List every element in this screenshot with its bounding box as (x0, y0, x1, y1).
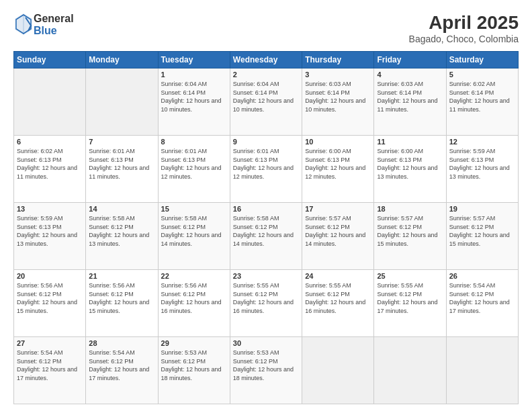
day-number: 25 (377, 272, 443, 280)
calendar-header-friday: Friday (374, 52, 446, 68)
day-info: Sunrise: 5:57 AM Sunset: 6:12 PM Dayligh… (305, 214, 371, 248)
day-number: 13 (17, 205, 83, 213)
calendar-cell: 21Sunrise: 5:56 AM Sunset: 6:12 PM Dayli… (86, 270, 158, 337)
day-info: Sunrise: 5:58 AM Sunset: 6:12 PM Dayligh… (233, 214, 299, 248)
calendar-header-saturday: Saturday (446, 52, 518, 68)
day-info: Sunrise: 6:01 AM Sunset: 6:13 PM Dayligh… (161, 147, 227, 181)
day-info: Sunrise: 6:04 AM Sunset: 6:14 PM Dayligh… (233, 80, 299, 113)
day-info: Sunrise: 6:02 AM Sunset: 6:13 PM Dayligh… (17, 147, 83, 181)
subtitle: Bagado, Choco, Colombia (409, 34, 519, 44)
day-info: Sunrise: 6:03 AM Sunset: 6:14 PM Dayligh… (305, 80, 371, 113)
day-info: Sunrise: 5:57 AM Sunset: 6:12 PM Dayligh… (377, 214, 443, 248)
logo-blue-text: Blue (34, 25, 74, 37)
calendar-cell: 12Sunrise: 5:59 AM Sunset: 6:13 PM Dayli… (446, 136, 518, 203)
calendar-cell (374, 337, 446, 404)
day-info: Sunrise: 6:04 AM Sunset: 6:14 PM Dayligh… (161, 80, 227, 113)
calendar-cell: 11Sunrise: 6:00 AM Sunset: 6:13 PM Dayli… (374, 136, 446, 203)
day-info: Sunrise: 5:57 AM Sunset: 6:12 PM Dayligh… (449, 214, 515, 248)
calendar-header-sunday: Sunday (14, 52, 86, 68)
day-number: 30 (233, 339, 299, 347)
day-info: Sunrise: 6:01 AM Sunset: 6:13 PM Dayligh… (233, 147, 299, 181)
calendar-header-wednesday: Wednesday (230, 52, 302, 68)
day-info: Sunrise: 5:53 AM Sunset: 6:12 PM Dayligh… (233, 349, 299, 382)
calendar-cell: 25Sunrise: 5:55 AM Sunset: 6:12 PM Dayli… (374, 270, 446, 337)
calendar-header-monday: Monday (86, 52, 158, 68)
calendar-cell: 14Sunrise: 5:58 AM Sunset: 6:12 PM Dayli… (86, 203, 158, 270)
day-number: 10 (305, 138, 371, 146)
day-number: 15 (161, 205, 227, 213)
day-info: Sunrise: 6:02 AM Sunset: 6:14 PM Dayligh… (449, 80, 515, 113)
logo-text: General Blue (34, 13, 74, 36)
page: General Blue April 2025 Bagado, Choco, C… (0, 0, 532, 411)
calendar-cell: 19Sunrise: 5:57 AM Sunset: 6:12 PM Dayli… (446, 203, 518, 270)
day-info: Sunrise: 5:59 AM Sunset: 6:13 PM Dayligh… (449, 147, 515, 181)
day-number: 29 (161, 339, 227, 347)
calendar-cell: 28Sunrise: 5:54 AM Sunset: 6:12 PM Dayli… (86, 337, 158, 404)
day-number: 3 (305, 71, 371, 79)
calendar-cell: 26Sunrise: 5:54 AM Sunset: 6:12 PM Dayli… (446, 270, 518, 337)
calendar-cell: 24Sunrise: 5:55 AM Sunset: 6:12 PM Dayli… (302, 270, 374, 337)
day-number: 2 (233, 71, 299, 79)
calendar-table: SundayMondayTuesdayWednesdayThursdayFrid… (13, 51, 519, 404)
logo-icon (13, 12, 34, 38)
day-number: 27 (17, 339, 83, 347)
calendar-header-tuesday: Tuesday (158, 52, 230, 68)
day-number: 14 (89, 205, 154, 213)
day-info: Sunrise: 5:54 AM Sunset: 6:12 PM Dayligh… (17, 349, 83, 382)
day-number: 22 (161, 272, 227, 280)
calendar-cell: 8Sunrise: 6:01 AM Sunset: 6:13 PM Daylig… (158, 136, 230, 203)
main-title: April 2025 (409, 12, 519, 34)
day-info: Sunrise: 5:55 AM Sunset: 6:12 PM Dayligh… (377, 281, 443, 315)
day-number: 16 (233, 205, 299, 213)
day-info: Sunrise: 5:58 AM Sunset: 6:12 PM Dayligh… (161, 214, 227, 248)
calendar-cell: 23Sunrise: 5:55 AM Sunset: 6:12 PM Dayli… (230, 270, 302, 337)
day-info: Sunrise: 5:58 AM Sunset: 6:12 PM Dayligh… (89, 214, 154, 248)
day-info: Sunrise: 5:54 AM Sunset: 6:12 PM Dayligh… (449, 281, 515, 315)
day-number: 28 (89, 339, 154, 347)
day-info: Sunrise: 6:00 AM Sunset: 6:13 PM Dayligh… (377, 147, 443, 181)
logo: General Blue (13, 12, 74, 38)
day-info: Sunrise: 6:00 AM Sunset: 6:13 PM Dayligh… (305, 147, 371, 181)
day-number: 12 (449, 138, 515, 146)
day-number: 7 (89, 138, 154, 146)
calendar-header-row: SundayMondayTuesdayWednesdayThursdayFrid… (14, 52, 519, 68)
calendar-cell: 15Sunrise: 5:58 AM Sunset: 6:12 PM Dayli… (158, 203, 230, 270)
calendar-cell: 6Sunrise: 6:02 AM Sunset: 6:13 PM Daylig… (14, 136, 86, 203)
calendar-week-3: 20Sunrise: 5:56 AM Sunset: 6:12 PM Dayli… (14, 270, 519, 337)
calendar-week-4: 27Sunrise: 5:54 AM Sunset: 6:12 PM Dayli… (14, 337, 519, 404)
day-info: Sunrise: 6:03 AM Sunset: 6:14 PM Dayligh… (377, 80, 443, 113)
title-block: April 2025 Bagado, Choco, Colombia (409, 12, 519, 44)
day-number: 5 (449, 71, 515, 79)
logo-general-text: General (34, 13, 74, 25)
day-number: 4 (377, 71, 443, 79)
day-number: 26 (449, 272, 515, 280)
day-info: Sunrise: 5:56 AM Sunset: 6:12 PM Dayligh… (161, 281, 227, 315)
calendar-cell: 10Sunrise: 6:00 AM Sunset: 6:13 PM Dayli… (302, 136, 374, 203)
day-info: Sunrise: 5:54 AM Sunset: 6:12 PM Dayligh… (89, 349, 154, 382)
calendar-week-1: 6Sunrise: 6:02 AM Sunset: 6:13 PM Daylig… (14, 136, 519, 203)
day-number: 6 (17, 138, 83, 146)
day-info: Sunrise: 6:01 AM Sunset: 6:13 PM Dayligh… (89, 147, 154, 181)
day-info: Sunrise: 5:55 AM Sunset: 6:12 PM Dayligh… (305, 281, 371, 315)
day-number: 24 (305, 272, 371, 280)
calendar-cell: 22Sunrise: 5:56 AM Sunset: 6:12 PM Dayli… (158, 270, 230, 337)
day-number: 20 (17, 272, 83, 280)
calendar-cell: 4Sunrise: 6:03 AM Sunset: 6:14 PM Daylig… (374, 68, 446, 136)
day-number: 17 (305, 205, 371, 213)
day-number: 19 (449, 205, 515, 213)
calendar-cell: 9Sunrise: 6:01 AM Sunset: 6:13 PM Daylig… (230, 136, 302, 203)
day-info: Sunrise: 5:56 AM Sunset: 6:12 PM Dayligh… (89, 281, 154, 315)
header: General Blue April 2025 Bagado, Choco, C… (13, 12, 519, 44)
calendar-cell (302, 337, 374, 404)
calendar-cell: 2Sunrise: 6:04 AM Sunset: 6:14 PM Daylig… (230, 68, 302, 136)
calendar-cell (86, 68, 158, 136)
day-info: Sunrise: 5:56 AM Sunset: 6:12 PM Dayligh… (17, 281, 83, 315)
day-number: 11 (377, 138, 443, 146)
calendar-cell: 30Sunrise: 5:53 AM Sunset: 6:12 PM Dayli… (230, 337, 302, 404)
calendar-cell: 5Sunrise: 6:02 AM Sunset: 6:14 PM Daylig… (446, 68, 518, 136)
calendar-week-2: 13Sunrise: 5:59 AM Sunset: 6:13 PM Dayli… (14, 203, 519, 270)
calendar-cell: 13Sunrise: 5:59 AM Sunset: 6:13 PM Dayli… (14, 203, 86, 270)
calendar-cell: 18Sunrise: 5:57 AM Sunset: 6:12 PM Dayli… (374, 203, 446, 270)
calendar-cell (14, 68, 86, 136)
calendar-header-thursday: Thursday (302, 52, 374, 68)
